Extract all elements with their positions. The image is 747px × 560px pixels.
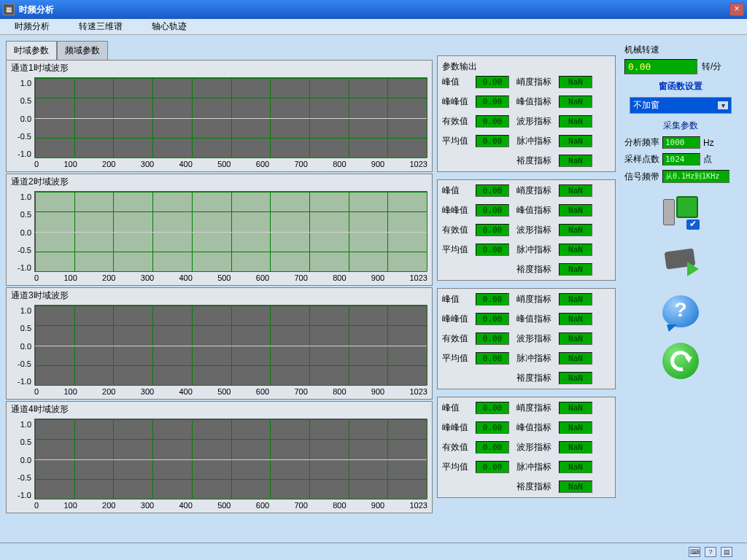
- analysis-freq-unit: Hz: [703, 138, 714, 148]
- x-tick: 900: [371, 160, 384, 170]
- param-right-value: NaN: [559, 461, 592, 473]
- param-left-value: 0.00: [476, 313, 509, 325]
- x-tick: 300: [141, 160, 154, 170]
- param-left-value: 0.00: [476, 332, 509, 345]
- x-tick: 800: [333, 160, 346, 170]
- waveform-plot[interactable]: [34, 305, 427, 386]
- tabset: 时域参数 频域参数: [6, 41, 433, 60]
- param-left-value: 0.00: [476, 441, 509, 454]
- chevron-down-icon: ▾: [718, 101, 728, 109]
- param-right-value: NaN: [559, 421, 592, 434]
- param-right-label: 峰值指标: [514, 421, 554, 434]
- window-fn-title: 窗函数设置: [624, 80, 737, 93]
- tab-time-domain[interactable]: 时域参数: [6, 41, 57, 60]
- x-tick: 0: [34, 273, 39, 284]
- param-right-label: 峰值指标: [514, 96, 554, 108]
- x-tick: 700: [294, 160, 307, 170]
- param-right-value: NaN: [559, 402, 592, 414]
- sample-pts-label: 采样点数: [624, 153, 659, 166]
- param-left-value: 0.00: [476, 96, 509, 108]
- param-right-label: 峭度指标: [514, 184, 554, 197]
- signal-band-value: 从0.1Hz到1KHz: [662, 170, 729, 183]
- y-tick: -0.5: [8, 246, 31, 254]
- param-left-label: 平均值: [442, 135, 471, 147]
- x-tick: 400: [179, 387, 192, 397]
- param-left-value: 0.00: [476, 461, 509, 473]
- start-acquire-button[interactable]: [660, 241, 701, 282]
- waveform-group-ch4: 通道4时域波形1.00.50.0-0.5-1.00100200300400500…: [6, 401, 433, 513]
- param-right-value: NaN: [559, 441, 592, 454]
- param-right-label: 裕度指标: [514, 481, 554, 493]
- x-tick: 700: [294, 273, 307, 284]
- waveform-plot[interactable]: [34, 419, 427, 499]
- y-tick: -0.5: [8, 359, 31, 368]
- param-right-label: 峭度指标: [514, 293, 554, 306]
- param-right-value: NaN: [559, 135, 592, 147]
- param-output-panel-3: 峰值0.00峭度指标NaN峰峰值0.00峰值指标NaN有效值0.00波形指标Na…: [437, 288, 616, 389]
- waveform-group-ch2: 通道2时域波形1.00.50.0-0.5-1.00100200300400500…: [6, 174, 433, 286]
- tab-freq-domain[interactable]: 频域参数: [57, 41, 108, 60]
- param-right-value: NaN: [559, 204, 592, 217]
- param-left-value: 0.00: [476, 135, 509, 147]
- x-tick: 500: [217, 387, 231, 397]
- x-tick: 1023: [409, 160, 427, 170]
- x-tick: 400: [179, 501, 192, 511]
- close-icon[interactable]: ×: [729, 3, 744, 16]
- waveform-title: 通道3时域波形: [7, 288, 432, 303]
- x-tick: 0: [34, 387, 39, 397]
- acq-params-title: 采集参数: [624, 120, 737, 132]
- analysis-freq-label: 分析频率: [624, 136, 659, 149]
- waveform-plot[interactable]: [34, 191, 427, 272]
- param-left-label: 平均值: [442, 352, 471, 365]
- app-icon: ▦: [3, 4, 15, 15]
- y-tick: -1.0: [8, 263, 31, 272]
- waveform-title: 通道4时域波形: [7, 402, 432, 417]
- window-fn-select[interactable]: 不加窗 ▾: [630, 97, 732, 114]
- param-right-value: NaN: [559, 76, 592, 88]
- y-tick: 1.0: [8, 79, 31, 88]
- y-tick: -1.0: [8, 149, 31, 158]
- param-right-value: NaN: [559, 244, 592, 256]
- x-tick: 1023: [409, 501, 427, 511]
- x-tick: 300: [141, 501, 154, 511]
- x-tick: 0: [34, 160, 39, 170]
- param-right-value: NaN: [559, 263, 592, 276]
- speed-title: 机械转速: [624, 44, 737, 56]
- param-right-value: NaN: [559, 352, 592, 365]
- speed-value: 0.00: [624, 59, 697, 74]
- y-tick: -0.5: [8, 132, 31, 141]
- help-button[interactable]: ?: [660, 291, 701, 332]
- status-icon-help[interactable]: ?: [705, 547, 716, 557]
- hardware-config-button[interactable]: ✔: [660, 192, 701, 233]
- waveform-title: 通道1时域波形: [7, 61, 432, 76]
- waveform-plot[interactable]: [34, 77, 427, 158]
- param-left-label: 峰值: [442, 402, 471, 414]
- x-tick: 100: [63, 501, 77, 511]
- y-tick: -1.0: [8, 491, 31, 499]
- x-tick: 800: [333, 273, 346, 284]
- status-icon-keyboard[interactable]: ⌨: [689, 547, 700, 557]
- menu-orbit[interactable]: 轴心轨迹: [152, 20, 187, 33]
- param-right-value: NaN: [559, 224, 592, 236]
- param-left-value: 0.00: [476, 402, 509, 414]
- y-tick: -1.0: [8, 377, 31, 386]
- param-left-label: 平均值: [442, 244, 471, 256]
- param-right-label: 峭度指标: [514, 76, 554, 88]
- x-tick: 400: [179, 160, 192, 170]
- x-tick: 200: [102, 387, 115, 397]
- param-right-value: NaN: [559, 115, 592, 128]
- x-tick: 200: [102, 273, 115, 284]
- y-tick: 0.0: [8, 342, 31, 351]
- menu-3d-spectrum[interactable]: 转速三维谱: [79, 20, 123, 33]
- param-left-value: 0.00: [476, 352, 509, 365]
- board-icon: ✔: [663, 196, 698, 228]
- status-icon-menu[interactable]: ▤: [721, 547, 732, 557]
- param-right-label: 峰值指标: [514, 204, 554, 217]
- param-left-label: 有效值: [442, 224, 471, 236]
- y-tick: 1.0: [8, 420, 31, 429]
- param-right-label: 脉冲指标: [514, 244, 554, 256]
- menu-time-freq[interactable]: 时频分析: [15, 20, 50, 33]
- titlebar: ▦ 时频分析 ×: [0, 0, 747, 19]
- x-tick: 900: [371, 273, 384, 284]
- reload-button[interactable]: [660, 341, 701, 381]
